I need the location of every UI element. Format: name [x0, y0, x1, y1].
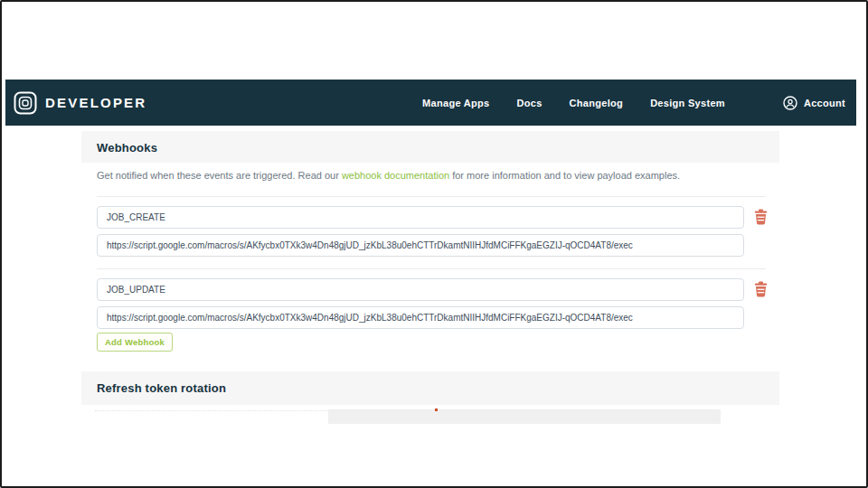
- description-text-suffix: for more information and to view payload…: [449, 170, 680, 181]
- refresh-token-section-title: Refresh token rotation: [81, 371, 779, 395]
- top-navigation-bar: DEVELOPER Manage Apps Docs Changelog Des…: [5, 80, 856, 126]
- divider: [97, 268, 766, 269]
- webhooks-section-title: Webhooks: [81, 131, 779, 155]
- developer-logo-icon: [14, 91, 37, 115]
- delete-webhook-button-2[interactable]: [752, 281, 769, 299]
- webhook-event-input-2[interactable]: [97, 278, 744, 301]
- required-marker-dot: [435, 408, 438, 411]
- refresh-token-section-header: Refresh token rotation: [81, 371, 779, 405]
- webhooks-description: Get notified when these events are trigg…: [97, 170, 680, 181]
- trash-icon: [754, 281, 768, 297]
- account-label: Account: [804, 98, 845, 108]
- nav-item-design-system[interactable]: Design System: [650, 98, 725, 108]
- divider: [97, 196, 766, 197]
- webhook-event-input-1[interactable]: [97, 206, 744, 229]
- account-menu[interactable]: Account: [783, 96, 845, 110]
- app-window: DEVELOPER Manage Apps Docs Changelog Des…: [0, 0, 868, 488]
- webhook-documentation-link[interactable]: webhook documentation: [342, 170, 449, 181]
- webhooks-section-header: Webhooks: [81, 131, 779, 163]
- nav-item-docs[interactable]: Docs: [516, 98, 542, 108]
- brand-logo[interactable]: DEVELOPER: [14, 91, 146, 115]
- trash-icon: [754, 209, 768, 225]
- webhook-url-input-1[interactable]: [97, 234, 744, 257]
- description-text-prefix: Get notified when these events are trigg…: [97, 170, 342, 181]
- main-nav: Manage Apps Docs Changelog Design System: [422, 98, 725, 108]
- brand-name: DEVELOPER: [45, 95, 146, 110]
- nav-item-manage-apps[interactable]: Manage Apps: [422, 98, 489, 108]
- webhook-url-input-2[interactable]: [97, 306, 744, 329]
- add-webhook-button[interactable]: Add Webhook: [97, 333, 173, 352]
- account-icon: [783, 96, 797, 110]
- delete-webhook-button-1[interactable]: [752, 209, 769, 227]
- cutoff-content-block: [328, 409, 721, 424]
- nav-item-changelog[interactable]: Changelog: [570, 98, 624, 108]
